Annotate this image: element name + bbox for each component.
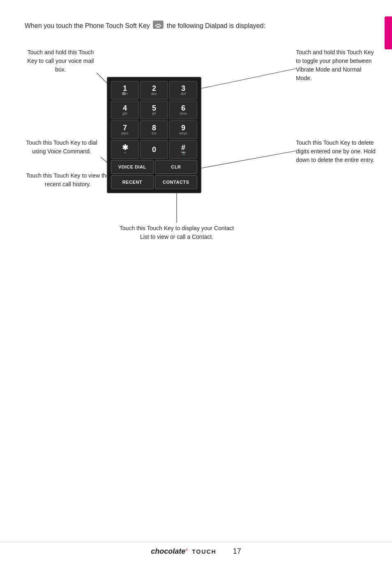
dial-key-3[interactable]: 3 def — [169, 81, 197, 99]
dial-key-6[interactable]: 6 mno — [169, 101, 197, 119]
annotation-recent: Touch this Touch Key to view the recent … — [25, 171, 111, 189]
key-8-digit: 8 — [152, 124, 156, 132]
dial-key-star[interactable]: ✱ + — [111, 140, 139, 159]
key-3-digit: 3 — [181, 85, 185, 92]
footer: chocolate® TOUCH 17 — [0, 542, 392, 556]
dial-key-4[interactable]: 4 ghi — [111, 101, 139, 119]
key-3-sub: def — [181, 92, 186, 96]
dial-key-1[interactable]: 1 ☎» — [111, 81, 139, 99]
clr-button[interactable]: CLR — [155, 160, 198, 174]
dial-key-0[interactable]: 0 — [140, 140, 168, 159]
svg-line-6 — [201, 151, 296, 168]
dial-key-9[interactable]: 9 wxyz — [169, 120, 197, 139]
contacts-button[interactable]: CONTACTS — [155, 175, 198, 189]
annotation-contacts: Touch this Touch Key to display your Con… — [115, 224, 238, 241]
intro-text-after: the following Dialpad is displayed: — [167, 22, 265, 29]
key-8-sub: tuv — [152, 132, 157, 135]
dialpad-row-voicedial: VOICE DIAL CLR — [111, 160, 197, 174]
voice-dial-button[interactable]: VOICE DIAL — [111, 160, 154, 174]
dial-key-hash[interactable]: # 📷 — [169, 140, 197, 159]
footer-brand-name: chocolate® — [151, 547, 188, 556]
key-star-sub: + — [124, 151, 126, 155]
dialpad-row-recent: RECENT CONTACTS — [111, 175, 197, 189]
annotation-delete: Touch this Touch Key to delete digits en… — [296, 139, 378, 164]
key-9-sub: wxyz — [179, 132, 187, 135]
annotation-vibrate: Touch and hold this Touch Key to toggle … — [296, 48, 378, 83]
dial-key-5[interactable]: 5 jkl — [140, 101, 168, 119]
key-9-digit: 9 — [181, 124, 185, 132]
key-4-sub: ghi — [122, 112, 127, 116]
key-5-sub: jkl — [152, 112, 156, 116]
intro-paragraph: When you touch the Phone Touch Soft Key … — [25, 21, 312, 32]
key-4-digit: 4 — [123, 104, 127, 112]
footer-page-number: 17 — [233, 547, 241, 556]
key-1-digit: 1 — [123, 85, 127, 92]
footer-product-name: TOUCH — [192, 548, 217, 555]
recent-button[interactable]: RECENT — [111, 175, 154, 189]
svg-line-3 — [201, 69, 296, 88]
dial-key-8[interactable]: 8 tuv — [140, 120, 168, 139]
key-2-digit: 2 — [152, 85, 156, 92]
registered-mark: ® — [185, 548, 188, 552]
key-6-digit: 6 — [181, 104, 185, 112]
page-tab — [385, 16, 392, 49]
key-star-digit: ✱ — [122, 144, 128, 151]
dialpad: 1 ☎» 2 abc 3 def 4 ghi — [107, 77, 201, 193]
dial-key-7[interactable]: 7 pqrs — [111, 120, 139, 139]
phone-soft-key-icon — [153, 21, 164, 32]
annotation-voicemail: Touch and hold this Touch Key to call yo… — [25, 48, 97, 74]
key-7-sub: pqrs — [121, 132, 129, 135]
key-5-digit: 5 — [152, 104, 156, 112]
key-0-digit: 0 — [152, 146, 156, 153]
key-1-sub: ☎» — [122, 92, 128, 96]
svg-rect-1 — [157, 26, 160, 28]
dial-key-2[interactable]: 2 abc — [140, 81, 168, 99]
key-6-sub: mno — [180, 112, 187, 116]
intro-text-before: When you touch the Phone Touch Soft Key — [25, 22, 150, 29]
key-7-digit: 7 — [123, 124, 127, 132]
key-2-sub: abc — [151, 92, 157, 96]
dialpad-grid: 1 ☎» 2 abc 3 def 4 ghi — [111, 81, 197, 159]
key-hash-digit: # — [181, 144, 185, 151]
annotation-voicedial: Touch this Touch Key to dial using Voice… — [25, 139, 99, 156]
diagram-area: Touch and hold this Touch Key to call yo… — [25, 44, 378, 241]
key-hash-sub: 📷 — [181, 151, 186, 155]
